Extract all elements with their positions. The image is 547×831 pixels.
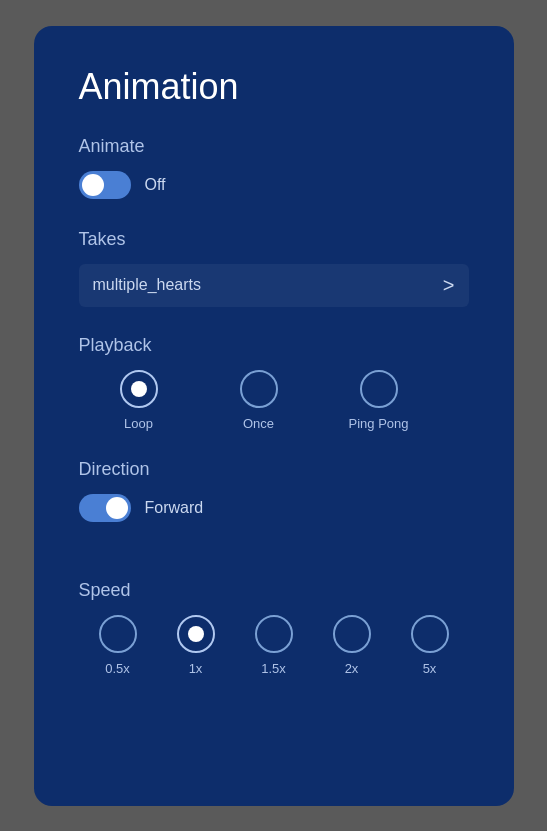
speed-5x-radio[interactable] <box>411 615 449 653</box>
playback-once-label: Once <box>243 416 274 431</box>
animate-toggle-label: Off <box>145 176 166 194</box>
speed-0.5x-label: 0.5x <box>105 661 130 676</box>
animate-toggle-knob <box>82 174 104 196</box>
speed-0.5x-option[interactable]: 0.5x <box>79 615 157 676</box>
playback-pingpong-label: Ping Pong <box>349 416 409 431</box>
direction-section: Direction Forward <box>79 459 469 552</box>
direction-toggle-label: Forward <box>145 499 204 517</box>
speed-5x-label: 5x <box>423 661 437 676</box>
speed-1x-radio[interactable] <box>177 615 215 653</box>
speed-1.5x-radio[interactable] <box>255 615 293 653</box>
playback-once-radio[interactable] <box>240 370 278 408</box>
animate-toggle[interactable] <box>79 171 131 199</box>
speed-1.5x-option[interactable]: 1.5x <box>235 615 313 676</box>
takes-section: Takes multiple_hearts > <box>79 229 469 307</box>
speed-2x-option[interactable]: 2x <box>313 615 391 676</box>
speed-label: Speed <box>79 580 469 601</box>
direction-toggle-row: Forward <box>79 494 469 522</box>
speed-1.5x-label: 1.5x <box>261 661 286 676</box>
playback-loop-label: Loop <box>124 416 153 431</box>
playback-once-option[interactable]: Once <box>199 370 319 431</box>
direction-label: Direction <box>79 459 469 480</box>
playback-pingpong-radio[interactable] <box>360 370 398 408</box>
playback-label: Playback <box>79 335 469 356</box>
animate-toggle-row: Off <box>79 171 469 199</box>
takes-current: multiple_hearts <box>93 276 202 294</box>
speed-2x-radio[interactable] <box>333 615 371 653</box>
playback-loop-option[interactable]: Loop <box>79 370 199 431</box>
speed-5x-option[interactable]: 5x <box>391 615 469 676</box>
speed-options: 0.5x 1x 1.5x 2x 5x <box>79 615 469 676</box>
speed-1x-option[interactable]: 1x <box>157 615 235 676</box>
takes-row[interactable]: multiple_hearts > <box>79 264 469 307</box>
playback-section: Playback Loop Once Ping Pong <box>79 335 469 431</box>
speed-0.5x-radio[interactable] <box>99 615 137 653</box>
animation-panel: Animation Animate Off Takes multiple_hea… <box>34 26 514 806</box>
takes-arrow-icon[interactable]: > <box>443 274 455 297</box>
speed-1x-label: 1x <box>189 661 203 676</box>
speed-2x-label: 2x <box>345 661 359 676</box>
page-title: Animation <box>79 66 469 108</box>
speed-section: Speed 0.5x 1x 1.5x 2x 5x <box>79 580 469 676</box>
animate-label: Animate <box>79 136 469 157</box>
direction-toggle[interactable] <box>79 494 131 522</box>
playback-loop-radio[interactable] <box>120 370 158 408</box>
playback-options: Loop Once Ping Pong <box>79 370 469 431</box>
playback-pingpong-option[interactable]: Ping Pong <box>319 370 439 431</box>
takes-label: Takes <box>79 229 469 250</box>
direction-toggle-knob <box>106 497 128 519</box>
